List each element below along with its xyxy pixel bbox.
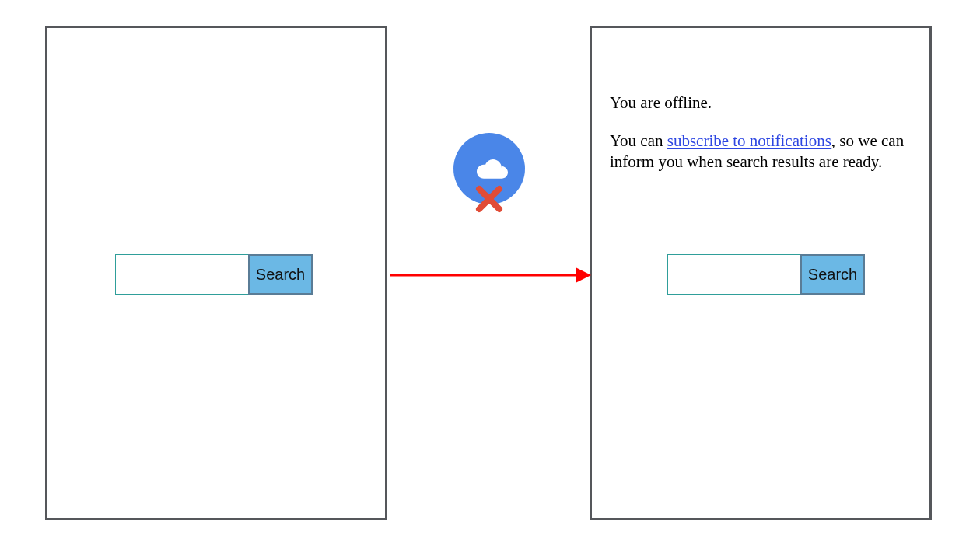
offline-text-line1: You are offline. <box>610 92 916 113</box>
cloud-offline-icon <box>453 133 525 204</box>
offline-message: You are offline. You can subscribe to no… <box>610 92 916 173</box>
search-button[interactable]: Search <box>248 254 313 295</box>
arrow-right-icon <box>390 262 591 288</box>
search-group: Search <box>115 254 313 295</box>
cloud-icon <box>468 155 510 182</box>
offline-text-line2: You can subscribe to notifications, so w… <box>610 131 916 173</box>
search-input[interactable] <box>667 254 801 295</box>
search-button[interactable]: Search <box>800 254 865 295</box>
subscribe-link[interactable]: subscribe to notifications <box>667 131 831 150</box>
search-group: Search <box>667 254 865 295</box>
search-input[interactable] <box>115 254 249 295</box>
panel-after: You are offline. You can subscribe to no… <box>590 26 932 520</box>
panel-before: Search <box>45 26 387 520</box>
x-icon <box>474 184 504 214</box>
offline-text-line2-pre: You can <box>610 131 667 150</box>
svg-marker-3 <box>576 267 591 283</box>
